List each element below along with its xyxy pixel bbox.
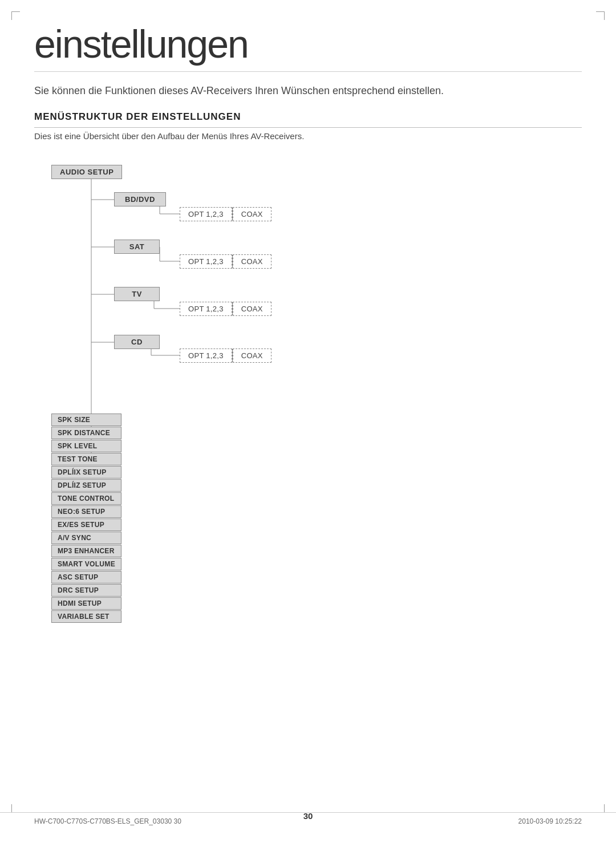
page: einstellungen Sie können die Funktionen …: [0, 0, 616, 847]
footer: HW-C700-C770S-C770BS-ELS_GER_03030 30 20…: [0, 812, 616, 830]
menu-item-0: SPK SIZE: [51, 414, 121, 426]
menu-item-1: SPK DISTANCE: [51, 427, 121, 439]
menu-item-6: TONE CONTROL: [51, 492, 121, 505]
tv-coax: COAX: [233, 302, 271, 316]
tv-box-wrapper: TV: [114, 287, 160, 301]
bdvd-label: BD/DVD: [114, 192, 166, 206]
tv-label: TV: [114, 287, 160, 301]
menu-item-7: NEO:6 SETUP: [51, 505, 121, 518]
cd-coax: COAX: [233, 348, 271, 363]
menu-item-13: DRC SETUP: [51, 584, 121, 597]
menu-item-12: ASC SETUP: [51, 571, 121, 583]
menu-item-14: HDMI SETUP: [51, 597, 121, 610]
cd-children: OPT 1,2,3 COAX: [180, 348, 271, 363]
menu-item-3: TEST TONE: [51, 453, 121, 465]
section-description: Dies ist eine Übersicht über den Aufbau …: [34, 131, 582, 141]
subtitle-text: Sie können die Funktionen dieses AV-Rece…: [34, 83, 582, 99]
sat-box-wrapper: SAT: [114, 240, 160, 254]
menu-item-10: MP3 ENHANCER: [51, 545, 121, 557]
tv-opt: OPT 1,2,3: [180, 302, 232, 316]
menu-item-8: EX/ES SETUP: [51, 518, 121, 531]
sat-coax: COAX: [233, 254, 271, 269]
bdvd-children: OPT 1,2,3 COAX: [180, 207, 271, 221]
menu-item-4: DPLÍIX SETUP: [51, 466, 121, 479]
bdvd-coax: COAX: [233, 207, 271, 221]
cd-box-wrapper: CD: [114, 335, 160, 349]
footer-left-text: HW-C700-C770S-C770BS-ELS_GER_03030 30: [34, 817, 181, 825]
audio-setup-label: AUDIO SETUP: [51, 165, 122, 179]
tv-children: OPT 1,2,3 COAX: [180, 302, 271, 316]
menu-item-11: SMART VOLUME: [51, 558, 121, 570]
menu-item-9: A/V SYNC: [51, 532, 121, 544]
sat-label: SAT: [114, 240, 160, 254]
cd-label: CD: [114, 335, 160, 349]
menu-item-15: VARIABLE SET: [51, 610, 121, 623]
section-heading: MENÜSTRUKTUR DER EINSTELLUNGEN: [34, 111, 582, 128]
sat-opt: OPT 1,2,3: [180, 254, 232, 269]
cd-opt: OPT 1,2,3: [180, 348, 232, 363]
sat-children: OPT 1,2,3 COAX: [180, 254, 271, 269]
menu-item-5: DPLÍIZ SETUP: [51, 479, 121, 492]
menu-list-area: SPK SIZESPK DISTANCESPK LEVELTEST TONEDP…: [51, 414, 121, 623]
corner-mark-top-right: [596, 11, 605, 20]
bdvd-box-wrapper: BD/DVD: [114, 192, 166, 206]
audio-setup-box: AUDIO SETUP: [51, 165, 122, 179]
title-section: einstellungen: [34, 23, 582, 72]
menu-item-2: SPK LEVEL: [51, 440, 121, 452]
corner-mark-top-left: [11, 11, 20, 20]
bdvd-opt: OPT 1,2,3: [180, 207, 232, 221]
menu-list-container: SPK SIZESPK DISTANCESPK LEVELTEST TONEDP…: [51, 414, 121, 623]
footer-right-text: 2010-03-09 10:25:22: [518, 817, 582, 825]
page-title: einstellungen: [34, 23, 582, 66]
